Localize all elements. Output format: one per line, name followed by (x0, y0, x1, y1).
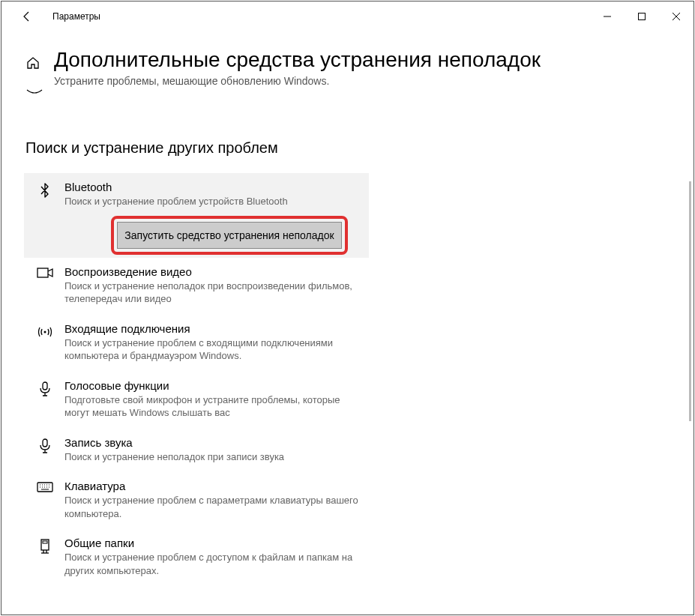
close-button[interactable] (659, 4, 694, 28)
troubleshooter-item-recording[interactable]: Запись звука Поиск и устранение неполадо… (24, 429, 369, 473)
troubleshooter-item-video[interactable]: Воспроизведение видео Поиск и устранение… (24, 258, 369, 315)
titlebar: Параметры (1, 1, 694, 31)
content-area: Дополнительные средства устранения непол… (1, 31, 694, 615)
section-title: Поиск и устранение других проблем (25, 139, 671, 157)
troubleshooter-name: Общие папки (64, 537, 358, 549)
wireless-icon (34, 322, 55, 363)
bluetooth-icon (34, 181, 55, 208)
troubleshooter-item-keyboard[interactable]: Клавиатура Поиск и устранение проблем с … (24, 472, 369, 529)
page-header: Дополнительные средства устранения непол… (24, 48, 671, 87)
svg-rect-7 (43, 439, 47, 447)
home-icon[interactable] (24, 54, 42, 72)
troubleshooter-name: Входящие подключения (64, 322, 358, 335)
page-title: Дополнительные средства устранения непол… (54, 48, 541, 72)
run-troubleshooter-button[interactable]: Запустить средство устранения неполадок (117, 222, 342, 249)
svg-rect-21 (43, 541, 47, 543)
page-subtitle: Устраните проблемы, мешающие обновлению … (54, 75, 541, 87)
shared-folders-icon (34, 537, 55, 577)
troubleshooter-name: Клавиатура (64, 480, 358, 492)
svg-rect-1 (639, 13, 646, 20)
troubleshooter-list: Bluetooth Поиск и устранение проблем уст… (24, 173, 369, 587)
troubleshooter-desc: Поиск и устранение проблем устройств Blu… (64, 195, 358, 208)
troubleshooter-name: Bluetooth (64, 181, 358, 193)
troubleshooter-desc: Подготовьте свой микрофон и устраните пр… (64, 393, 358, 420)
smile-icon (25, 85, 671, 99)
troubleshooter-item-shared[interactable]: Общие папки Поиск и устранение проблем с… (24, 529, 369, 586)
troubleshooter-desc: Поиск и устранение неполадок при записи … (64, 450, 358, 464)
video-icon (34, 265, 55, 306)
microphone-icon (34, 436, 55, 464)
svg-rect-6 (43, 382, 47, 390)
back-button[interactable] (16, 6, 37, 27)
maximize-button[interactable] (625, 4, 659, 28)
troubleshooter-desc: Поиск и устранение проблем с доступом к … (64, 551, 358, 577)
microphone-icon (34, 379, 55, 420)
svg-rect-4 (37, 268, 48, 277)
troubleshooter-name: Голосовые функции (64, 379, 358, 392)
window-title: Параметры (52, 11, 100, 22)
minimize-button[interactable] (590, 4, 625, 28)
settings-window: Параметры Дополнительные средства устран… (1, 1, 694, 615)
troubleshooter-item-speech[interactable]: Голосовые функции Подготовьте свой микро… (24, 372, 369, 429)
troubleshooter-name: Запись звука (64, 436, 358, 449)
troubleshooter-name: Воспроизведение видео (64, 265, 358, 278)
troubleshooter-desc: Поиск и устранение проблем с параметрами… (64, 494, 358, 520)
troubleshooter-desc: Поиск и устранение неполадок при воспрои… (64, 280, 358, 306)
troubleshooter-item-incoming[interactable]: Входящие подключения Поиск и устранение … (24, 315, 369, 372)
troubleshooter-item-bluetooth[interactable]: Bluetooth Поиск и устранение проблем уст… (24, 173, 369, 258)
window-controls (590, 4, 694, 28)
scrollbar[interactable] (689, 181, 691, 421)
troubleshooter-desc: Поиск и устранение проблем с входящими п… (64, 336, 358, 363)
svg-point-5 (44, 330, 46, 333)
keyboard-icon (34, 480, 55, 520)
